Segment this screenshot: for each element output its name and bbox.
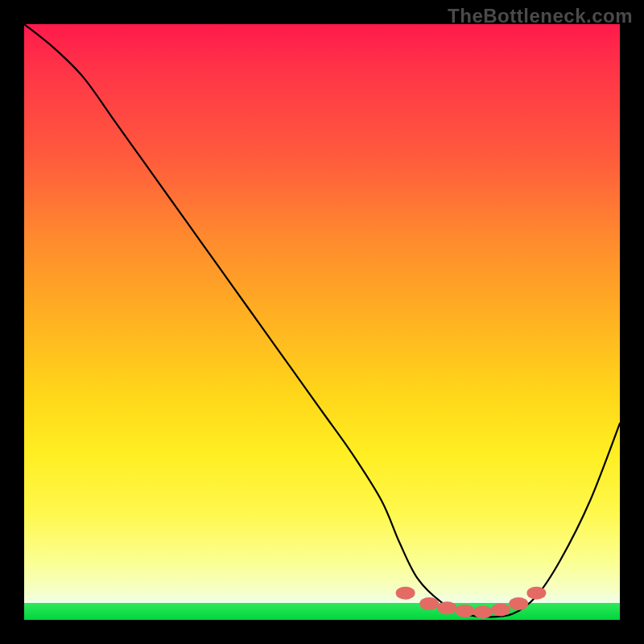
gradient-plot-background: [24, 24, 620, 620]
watermark-text: TheBottleneck.com: [448, 5, 633, 27]
chart-frame: TheBottleneck.com: [0, 0, 644, 644]
